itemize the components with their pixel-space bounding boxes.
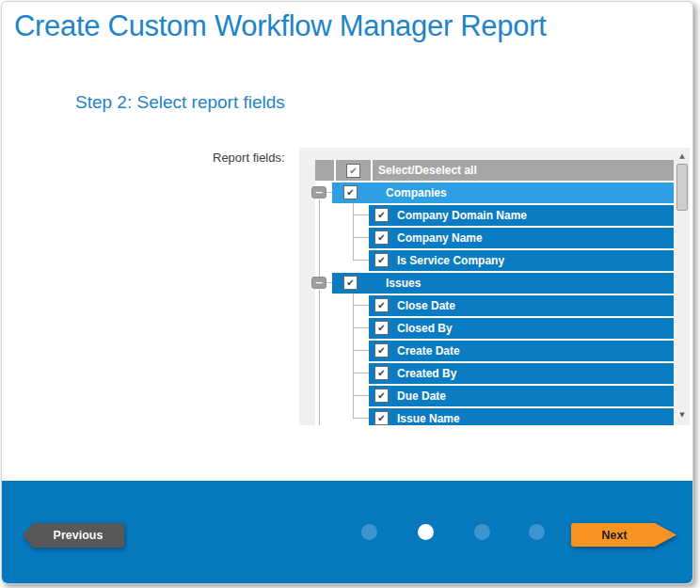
tree-row-label: Issues bbox=[386, 277, 421, 290]
row-checkbox[interactable]: ✔ bbox=[374, 389, 389, 403]
row-checkbox[interactable]: ✔ bbox=[374, 321, 389, 335]
row-checkbox[interactable]: ✔ bbox=[374, 230, 389, 245]
checkbox-checked-icon: ✔ bbox=[377, 299, 385, 311]
tree-row-label: Closed By bbox=[397, 322, 453, 335]
checkbox-checked-icon: ✔ bbox=[346, 186, 354, 199]
tree-row-label: Companies bbox=[386, 186, 447, 199]
row-checkbox[interactable]: ✔ bbox=[374, 253, 389, 267]
tree-row-label: Company Name bbox=[397, 231, 483, 245]
wizard-window: Create Custom Workflow Manager Report St… bbox=[1, 1, 693, 584]
checkbox-checked-icon: ✔ bbox=[377, 231, 385, 244]
tree-row-label: Created By bbox=[397, 367, 456, 380]
scroll-thumb[interactable] bbox=[676, 164, 688, 211]
checkbox-checked-icon: ✔ bbox=[377, 254, 385, 266]
select-deselect-all-label: Select/Deselect all bbox=[378, 164, 477, 177]
step-dot-2-active bbox=[418, 524, 434, 540]
page: Create Custom Workflow Manager Report St… bbox=[0, 0, 700, 588]
report-fields-tree: ✔ Select/Deselect all − − ✔ Companies ✔ … bbox=[299, 148, 690, 425]
row-checkbox[interactable]: ✔ bbox=[374, 298, 389, 312]
tree-row-is-service-company[interactable]: ✔ Is Service Company bbox=[369, 250, 674, 271]
row-checkbox[interactable]: ✔ bbox=[343, 185, 358, 199]
tree-header-row[interactable]: ✔ Select/Deselect all bbox=[315, 160, 674, 181]
checkbox-checked-icon: ✔ bbox=[377, 209, 385, 221]
tree-row-label: Company Domain Name bbox=[397, 209, 527, 222]
tree-row-due-date[interactable]: ✔ Due Date bbox=[369, 386, 674, 406]
checkbox-checked-icon: ✔ bbox=[377, 389, 385, 402]
report-fields-label: Report fields: bbox=[213, 151, 285, 165]
row-checkbox[interactable]: ✔ bbox=[374, 208, 389, 222]
minus-icon: − bbox=[314, 278, 323, 288]
scrollbar[interactable]: ▲ ▼ bbox=[676, 148, 689, 425]
step-dot-3 bbox=[474, 524, 490, 540]
tree-row-issue-name[interactable]: ✔ Issue Name bbox=[369, 408, 674, 425]
checkbox-checked-icon: ✔ bbox=[377, 367, 385, 379]
checkbox-checked-icon: ✔ bbox=[349, 165, 357, 177]
tree-row-label: Due Date bbox=[397, 389, 446, 403]
previous-button[interactable]: Previous bbox=[23, 523, 124, 548]
tree-row-create-date[interactable]: ✔ Create Date bbox=[369, 341, 674, 361]
scroll-down-button[interactable]: ▼ bbox=[676, 409, 689, 421]
checkbox-checked-icon: ✔ bbox=[346, 277, 354, 289]
next-button[interactable]: Next bbox=[571, 523, 676, 547]
footer-bar: Previous Next bbox=[2, 481, 692, 583]
select-all-checkbox[interactable]: ✔ bbox=[346, 164, 360, 178]
checkbox-checked-icon: ✔ bbox=[377, 412, 385, 424]
tree-row-closed-by[interactable]: ✔ Closed By bbox=[369, 318, 674, 339]
tree-row-created-by[interactable]: ✔ Created By bbox=[369, 363, 674, 384]
row-checkbox[interactable]: ✔ bbox=[343, 276, 358, 290]
tree-row-label: Is Service Company bbox=[397, 254, 504, 267]
step-dot-1 bbox=[361, 524, 377, 540]
tree-row-label: Issue Name bbox=[397, 412, 460, 425]
wizard-title: Create Custom Workflow Manager Report bbox=[14, 9, 547, 43]
step-heading: Step 2: Select report fields bbox=[75, 92, 285, 113]
tree-row-company-domain-name[interactable]: ✔ Company Domain Name bbox=[369, 205, 674, 226]
row-checkbox[interactable]: ✔ bbox=[374, 343, 389, 358]
tree-header-indicator-cell bbox=[315, 160, 334, 181]
scroll-up-button[interactable]: ▲ bbox=[676, 151, 689, 162]
tree-header-label-cell: Select/Deselect all bbox=[373, 160, 674, 181]
tree-row-issues[interactable]: ✔ Issues bbox=[332, 273, 674, 294]
checkbox-checked-icon: ✔ bbox=[377, 322, 385, 334]
row-checkbox[interactable]: ✔ bbox=[374, 411, 389, 425]
tree-row-label: Create Date bbox=[397, 344, 460, 358]
tree-row-company-name[interactable]: ✔ Company Name bbox=[369, 228, 674, 248]
collapse-button-issues[interactable]: − bbox=[311, 277, 326, 289]
collapse-button-companies[interactable]: − bbox=[311, 186, 326, 199]
step-dot-4 bbox=[529, 524, 545, 540]
row-checkbox[interactable]: ✔ bbox=[374, 366, 389, 380]
tree-row-label: Close Date bbox=[397, 299, 455, 312]
scroll-down-icon: ▼ bbox=[679, 411, 684, 419]
checkbox-checked-icon: ✔ bbox=[377, 344, 385, 357]
minus-icon: − bbox=[314, 188, 323, 198]
tree-row-close-date[interactable]: ✔ Close Date bbox=[369, 295, 674, 316]
tree-row-companies[interactable]: ✔ Companies bbox=[332, 183, 674, 203]
tree-header-checkbox-cell: ✔ bbox=[336, 160, 371, 181]
scroll-up-icon: ▲ bbox=[679, 152, 684, 160]
